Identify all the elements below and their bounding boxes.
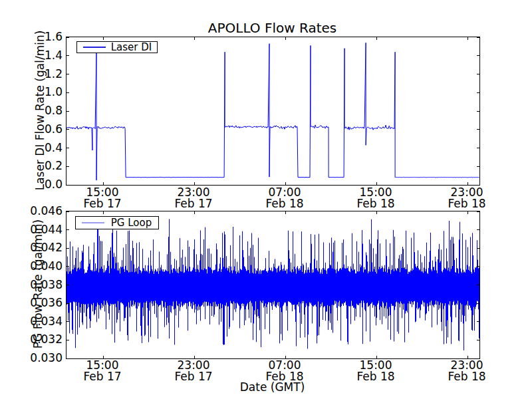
- y-tick-label: 0.032: [0, 333, 63, 345]
- chart-title: APOLLO Flow Rates: [66, 21, 479, 35]
- legend-laser-di: Laser DI: [76, 41, 158, 53]
- y-tick-label: 0.044: [0, 223, 63, 235]
- x-tick-date-label: Feb 17: [157, 371, 230, 382]
- y-tick-label: 0.040: [0, 260, 63, 272]
- x-tick-date-label: Feb 18: [339, 371, 412, 382]
- y-tick-label: 0.0: [0, 178, 63, 190]
- x-tick-date-label: Feb 18: [248, 371, 321, 382]
- x-tick-date-label: Feb 17: [66, 198, 139, 209]
- y-tick-label: 0.038: [0, 279, 63, 291]
- y-tick-label: 1.2: [0, 68, 63, 80]
- legend-line-sample: [82, 222, 104, 223]
- legend-label: PG Loop: [104, 218, 158, 228]
- legend-label: Laser DI: [106, 43, 157, 53]
- x-tick-date-label: Feb 18: [248, 198, 321, 209]
- legend-line-sample: [83, 47, 106, 48]
- axes-pg-loop: PG Loop: [66, 211, 480, 359]
- legend-pg-loop: PG Loop: [75, 216, 159, 229]
- y-tick-label: 0.6: [0, 123, 63, 135]
- y-tick-label: 0.036: [0, 297, 63, 309]
- laser-di-plot: [66, 37, 479, 185]
- y-tick-label: 0.046: [0, 205, 63, 217]
- y-tick-label: 0.4: [0, 142, 63, 154]
- y-tick-label: 0.2: [0, 160, 63, 172]
- y-tick-label: 1.0: [0, 86, 63, 98]
- pg-loop-plot: [66, 211, 479, 358]
- tick-marks: [66, 37, 479, 185]
- x-tick-date-label: Feb 18: [339, 198, 412, 209]
- y-tick-label: 1.6: [0, 31, 63, 43]
- y-tick-label: 0.034: [0, 315, 63, 327]
- x-tick-date-label: Feb 17: [66, 371, 139, 382]
- axes-laser-di: Laser DI: [66, 37, 480, 186]
- x-tick-date-label: Feb 18: [430, 371, 503, 382]
- pg-loop-series: [67, 219, 479, 350]
- x-tick-date-label: Feb 17: [157, 198, 230, 209]
- y-tick-label: 0.030: [0, 352, 63, 364]
- laser-di-series: [66, 43, 479, 180]
- x-tick-date-label: Feb 18: [430, 198, 503, 209]
- y-tick-label: 1.4: [0, 49, 63, 61]
- y-tick-label: 0.8: [0, 104, 63, 116]
- y-tick-label: 0.042: [0, 241, 63, 253]
- figure: APOLLO Flow Rates Laser DI PG Loop Laser…: [0, 0, 532, 399]
